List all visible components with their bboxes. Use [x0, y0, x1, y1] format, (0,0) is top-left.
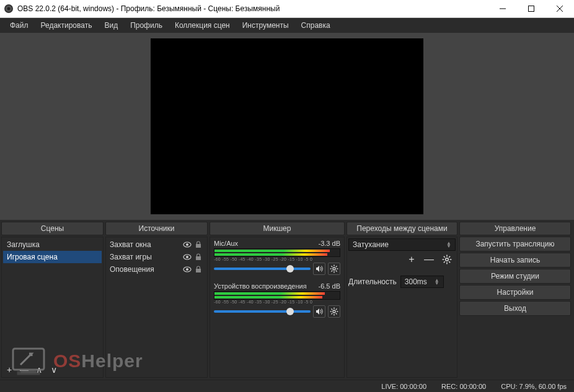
menu-tools[interactable]: Инструменты: [236, 19, 295, 32]
menu-bar: Файл Редактировать Вид Профиль Коллекция…: [0, 18, 574, 33]
sources-panel: Источники Захват окна Захват игры Оповещ…: [105, 222, 208, 378]
menu-profile[interactable]: Профиль: [124, 19, 169, 32]
channel-name: Устройство воспроизведения: [214, 282, 307, 290]
menu-help[interactable]: Справка: [295, 19, 337, 32]
duration-label: Длительность: [348, 277, 397, 286]
eye-icon[interactable]: [182, 240, 192, 250]
gear-icon[interactable]: [328, 263, 340, 275]
source-row[interactable]: Оповещения: [107, 263, 206, 276]
svg-line-31: [336, 313, 337, 315]
controls-body: Запустить трансляцию Начать запись Режим…: [459, 237, 571, 378]
meter-ticks: -60 -55 -50 -45 -40 -35 -30 -25 -20 -15 …: [211, 257, 343, 261]
preview-area: [0, 33, 574, 220]
duration-input[interactable]: 300ms ▲▼: [400, 276, 444, 288]
status-bar: LIVE: 00:00:00 REC: 00:00:00 CPU: 7.9%, …: [0, 380, 574, 392]
svg-line-39: [444, 256, 445, 258]
speaker-icon[interactable]: [313, 263, 325, 275]
source-row[interactable]: Захват игры: [107, 251, 206, 263]
speaker-icon[interactable]: [313, 305, 325, 318]
svg-line-33: [332, 313, 333, 315]
controls-panel: Управление Запустить трансляцию Начать з…: [459, 222, 571, 378]
channel-name: Mic/Aux: [214, 240, 238, 247]
eye-icon[interactable]: [182, 252, 192, 262]
svg-point-14: [186, 268, 188, 271]
preview-canvas[interactable]: [151, 38, 423, 214]
svg-line-32: [336, 309, 337, 310]
svg-point-34: [446, 258, 449, 261]
minimize-button[interactable]: [488, 0, 517, 17]
scene-up-button[interactable]: ∧: [33, 364, 45, 376]
spinner-icon[interactable]: ▲▼: [435, 279, 439, 285]
chevron-updown-icon: ▲▼: [446, 242, 451, 248]
add-transition-button[interactable]: +: [406, 254, 417, 265]
lock-icon[interactable]: [193, 240, 203, 250]
source-label: Захват окна: [110, 240, 181, 249]
menu-view[interactable]: Вид: [98, 19, 124, 32]
menu-scene-collection[interactable]: Коллекция сцен: [169, 19, 236, 32]
svg-point-16: [333, 268, 335, 270]
window-titlebar: OBS 22.0.2 (64-bit, windows) - Профиль: …: [0, 0, 574, 18]
meter-ticks: -60 -55 -50 -45 -40 -35 -30 -25 -20 -15 …: [211, 300, 343, 304]
menu-file[interactable]: Файл: [4, 19, 35, 32]
start-recording-button[interactable]: Начать запись: [459, 253, 571, 268]
studio-mode-button[interactable]: Режим студии: [459, 269, 571, 284]
volume-slider[interactable]: [214, 310, 311, 313]
svg-rect-15: [196, 269, 201, 272]
audio-meter: [214, 291, 340, 300]
transitions-body: Затухание ▲▼ + — Длительность 300ms ▲▼: [347, 237, 457, 378]
svg-rect-9: [196, 244, 201, 248]
transition-selected: Затухание: [353, 240, 389, 249]
svg-rect-12: [196, 256, 201, 260]
status-live: LIVE: 00:00:00: [381, 383, 426, 390]
transitions-header: Переходы между сценами: [347, 222, 457, 235]
gear-icon[interactable]: [441, 253, 453, 266]
volume-slider[interactable]: [214, 268, 311, 270]
menu-edit[interactable]: Редактировать: [35, 19, 99, 32]
source-label: Оповещения: [110, 265, 181, 274]
window-title: OBS 22.0.2 (64-bit, windows) - Профиль: …: [17, 4, 488, 13]
controls-header: Управление: [459, 222, 571, 235]
settings-button[interactable]: Настройки: [459, 285, 571, 300]
duration-value: 300ms: [405, 277, 427, 286]
transition-select[interactable]: Затухание ▲▼: [348, 238, 456, 251]
scenes-list: Заглушка Игровая сцена + — ∧ ∨: [1, 237, 104, 378]
scenes-panel: Сцены Заглушка Игровая сцена + — ∧ ∨: [1, 222, 104, 378]
source-row[interactable]: Захват окна: [107, 238, 206, 251]
panels-row: Сцены Заглушка Игровая сцена + — ∧ ∨ Ист…: [0, 220, 574, 380]
audio-meter: [214, 248, 340, 257]
scene-down-button[interactable]: ∨: [48, 364, 60, 376]
svg-line-21: [332, 266, 333, 268]
svg-line-23: [336, 266, 337, 268]
mixer-body: Mic/Aux -3.3 dB -60 -55 -50 -45 -40 -35 …: [210, 237, 345, 378]
gear-icon[interactable]: [328, 305, 340, 318]
svg-line-41: [449, 256, 450, 258]
eye-icon[interactable]: [182, 264, 192, 274]
obs-app-icon: [4, 4, 14, 14]
scenes-header: Сцены: [1, 222, 104, 235]
add-scene-button[interactable]: +: [3, 364, 15, 376]
channel-level: -3.3 dB: [319, 240, 340, 247]
svg-point-8: [186, 243, 188, 246]
maximize-button[interactable]: [517, 0, 545, 17]
transitions-panel: Переходы между сценами Затухание ▲▼ + — …: [347, 222, 457, 378]
remove-transition-button[interactable]: —: [423, 254, 435, 265]
close-button[interactable]: [545, 0, 574, 17]
sources-header: Источники: [105, 222, 208, 235]
mixer-panel: Микшер Mic/Aux -3.3 dB -60 -55 -50 -45 -…: [210, 222, 345, 378]
scene-item[interactable]: Заглушка: [3, 238, 102, 251]
source-label: Захват игры: [110, 253, 181, 261]
exit-button[interactable]: Выход: [459, 301, 571, 316]
start-streaming-button[interactable]: Запустить трансляцию: [459, 237, 571, 251]
lock-icon[interactable]: [193, 264, 203, 274]
svg-point-2: [7, 7, 11, 11]
remove-scene-button[interactable]: —: [18, 364, 30, 376]
svg-line-40: [449, 261, 450, 263]
svg-rect-4: [529, 6, 534, 12]
status-rec: REC: 00:00:00: [441, 383, 486, 390]
scene-item[interactable]: Игровая сцена: [3, 251, 102, 263]
status-cpu: CPU: 7.9%, 60.00 fps: [501, 383, 567, 390]
svg-line-30: [332, 309, 333, 310]
svg-line-24: [332, 271, 333, 272]
mixer-channel: Устройство воспроизведения -6.5 dB -60 -…: [211, 281, 343, 319]
lock-icon[interactable]: [193, 252, 203, 262]
